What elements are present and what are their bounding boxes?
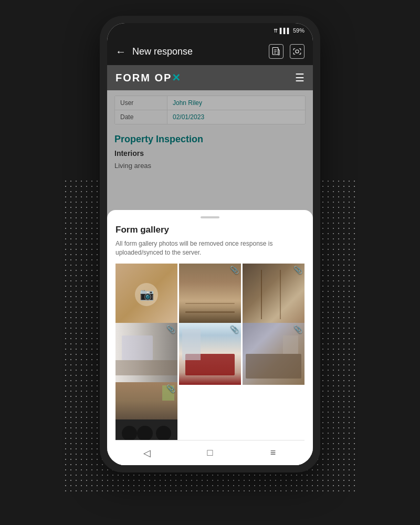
attach-icon-4: 📎 — [230, 325, 239, 333]
app-bar: ← New response — [107, 38, 313, 65]
photo-4-inner: 📎 — [179, 323, 241, 385]
photo-grid: 📷 — [116, 264, 304, 440]
svg-point-1 — [296, 50, 299, 53]
phone-screen: ⇈ ▌▌▌ 59% ← New response — [107, 23, 313, 465]
gallery-title: Form gallery — [116, 225, 304, 235]
bottom-sheet-overlay: Form gallery All form gallery photos wil… — [107, 90, 313, 465]
camera-cell[interactable]: 📷 — [116, 264, 177, 326]
wifi-icon: ⇈ — [274, 28, 278, 34]
form-logo: FORM OP✕ — [116, 71, 182, 84]
logo-x: ✕ — [172, 72, 182, 83]
battery-level: 59% — [293, 27, 304, 34]
photo-2-inner: 📎 — [243, 264, 304, 326]
logo-text: FORM OP — [116, 72, 172, 83]
form-content: User John Riley Date 02/01/2023 Property… — [107, 90, 313, 465]
photo-cell-4[interactable]: 📎 — [179, 323, 241, 385]
attach-icon-3: 📎 — [166, 325, 175, 333]
camera-icon: 📷 — [140, 288, 154, 301]
attach-icon-5: 📎 — [293, 325, 302, 333]
photo-1-inner: 📎 — [179, 264, 241, 326]
scene: ⇈ ▌▌▌ 59% ← New response — [0, 0, 420, 525]
page-title: New response — [132, 46, 262, 57]
signal-icon: ▌▌▌ — [280, 28, 291, 34]
form-header: FORM OP✕ ☰ — [107, 65, 313, 90]
attach-icon-1: 📎 — [230, 266, 239, 274]
attach-icon-2: 📎 — [293, 266, 302, 274]
status-bar: ⇈ ▌▌▌ 59% — [107, 23, 313, 38]
camera-icon-wrap: 📷 — [135, 283, 158, 306]
nav-back-icon: ◁ — [143, 447, 151, 459]
pdf-button[interactable] — [269, 44, 284, 59]
nav-back-button[interactable]: ◁ — [135, 442, 159, 465]
gallery-sheet: Form gallery All form gallery photos wil… — [107, 210, 313, 465]
photo-cell-6[interactable]: 📎 — [116, 382, 177, 440]
svg-rect-0 — [272, 48, 278, 55]
photo-cell-5[interactable]: 📎 — [243, 323, 304, 385]
sheet-handle[interactable] — [201, 216, 219, 218]
camera-cell-inner: 📷 — [116, 264, 177, 326]
back-button[interactable]: ← — [116, 46, 126, 58]
attach-icon-6: 📎 — [166, 384, 175, 393]
nav-menu-icon: ≡ — [270, 447, 276, 458]
photo-5-inner: 📎 — [243, 323, 304, 385]
gallery-description: All form gallery photos will be removed … — [116, 239, 304, 257]
nav-menu-button[interactable]: ≡ — [261, 442, 285, 465]
screenshot-button[interactable] — [290, 44, 304, 59]
photo-cell-1[interactable]: 📎 — [179, 264, 241, 326]
photo-3-inner: 📎 — [116, 323, 177, 385]
nav-bar: ◁ □ ≡ — [116, 440, 304, 465]
phone-frame: ⇈ ▌▌▌ 59% ← New response — [100, 16, 320, 472]
photo-cell-2[interactable]: 📎 — [243, 264, 304, 326]
nav-home-button[interactable]: □ — [198, 442, 222, 465]
photo-6-inner: 📎 — [116, 382, 177, 440]
app-bar-actions — [269, 44, 304, 59]
nav-home-icon: □ — [207, 447, 213, 458]
hamburger-menu[interactable]: ☰ — [295, 71, 304, 84]
photo-cell-3[interactable]: 📎 — [116, 323, 177, 385]
